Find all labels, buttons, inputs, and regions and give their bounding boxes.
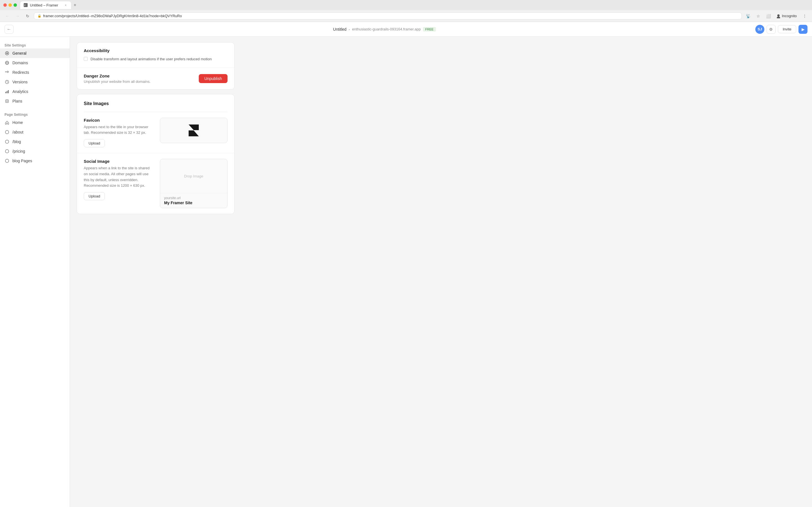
- svg-point-17: [5, 140, 9, 144]
- favicon-section: Favicon Appears next to the title in you…: [77, 112, 234, 154]
- sidebar-item-home[interactable]: Home: [0, 118, 70, 127]
- site-images-title: Site Images: [84, 101, 227, 106]
- social-preview-footer: yoursite.url My Framer Site: [160, 193, 227, 208]
- site-settings-heading: Site Settings: [0, 41, 70, 48]
- versions-label: Versions: [12, 80, 28, 84]
- plan-badge: FREE: [423, 27, 436, 32]
- about-icon: [4, 129, 10, 135]
- sidebar-item-domains[interactable]: Domains: [0, 58, 70, 68]
- right-gutter: [809, 37, 812, 507]
- framer-logo-icon: [189, 124, 199, 136]
- favicon-upload-button[interactable]: Upload: [84, 139, 105, 147]
- danger-zone-section: Danger Zone Unpublish your website from …: [77, 68, 234, 89]
- project-title: Untitled: [333, 27, 346, 32]
- about-label: /about: [12, 130, 23, 134]
- analytics-icon: [4, 89, 10, 94]
- back-arrow-icon: ←: [7, 27, 11, 32]
- social-site-url: yoursite.url: [164, 196, 223, 200]
- social-image-preview: Drop Image yoursite.url My Framer Site: [160, 159, 227, 208]
- menu-icon[interactable]: ⋮: [801, 12, 809, 20]
- settings-card: Accessibility Disable transform and layo…: [77, 42, 235, 90]
- svg-rect-12: [8, 90, 9, 93]
- settings-icon: ⚙: [769, 27, 773, 32]
- social-image-upload-button[interactable]: Upload: [84, 192, 105, 200]
- general-label: General: [12, 51, 27, 55]
- play-button[interactable]: ▶: [799, 25, 808, 34]
- home-label: Home: [12, 120, 23, 125]
- blog-icon: [4, 139, 10, 144]
- svg-point-2: [777, 14, 779, 17]
- svg-rect-11: [7, 91, 8, 93]
- svg-point-16: [5, 130, 9, 134]
- minimize-dot[interactable]: [8, 3, 12, 7]
- header-actions: SJ ⚙ Invite ▶: [755, 25, 808, 34]
- domains-label: Domains: [12, 61, 28, 65]
- sidebar-item-plans[interactable]: Plans: [0, 96, 70, 106]
- versions-icon: [4, 79, 10, 84]
- danger-zone-description: Unpublish your website from all domains.: [84, 79, 151, 83]
- incognito-icon: [776, 14, 781, 18]
- danger-zone-text: Danger Zone Unpublish your website from …: [84, 73, 151, 83]
- sidebar-item-analytics[interactable]: Analytics: [0, 87, 70, 96]
- back-button[interactable]: ←: [4, 25, 13, 34]
- maximize-dot[interactable]: [13, 3, 17, 7]
- refresh-btn[interactable]: ↻: [24, 12, 32, 20]
- blog-pages-icon: [4, 158, 10, 163]
- sidebar-item-blog[interactable]: /blog: [0, 137, 70, 147]
- incognito-btn[interactable]: Incognito: [774, 13, 799, 19]
- reduced-motion-checkbox[interactable]: [84, 57, 88, 61]
- cast-icon[interactable]: 📡: [744, 12, 752, 20]
- invite-button[interactable]: Invite: [778, 25, 796, 33]
- accessibility-title: Accessibility: [84, 48, 227, 53]
- social-image-info: Social Image Appears when a link to the …: [84, 159, 153, 200]
- plans-icon: [4, 99, 10, 104]
- blog-pages-label: blog Pages: [12, 159, 32, 163]
- svg-point-19: [5, 159, 9, 163]
- new-tab-btn[interactable]: +: [71, 1, 79, 9]
- tab-title: Untitled – Framer: [30, 3, 58, 7]
- svg-marker-21: [189, 130, 199, 136]
- header-separator: ·: [349, 27, 350, 32]
- sidebar-item-about[interactable]: /about: [0, 127, 70, 137]
- unpublish-button[interactable]: Unpublish: [199, 74, 227, 83]
- blog-label: /blog: [12, 139, 21, 144]
- tab-close-btn[interactable]: ×: [64, 3, 68, 7]
- svg-point-5: [6, 53, 8, 54]
- project-domain: enthusiastic-guardrails-093164.framer.ap…: [352, 27, 421, 31]
- star-icon[interactable]: ☆: [754, 12, 762, 20]
- svg-point-18: [5, 150, 9, 153]
- favicon-preview: [160, 118, 227, 143]
- reduced-motion-row: Disable transform and layout animations …: [84, 56, 227, 62]
- page-settings-heading: Page Settings: [0, 110, 70, 118]
- svg-rect-10: [5, 92, 6, 93]
- back-btn[interactable]: ←: [3, 12, 11, 20]
- analytics-label: Analytics: [12, 89, 28, 94]
- redirects-icon: [4, 70, 10, 75]
- drop-image-area[interactable]: Drop Image: [160, 159, 227, 193]
- redirects-label: Redirects: [12, 70, 29, 75]
- social-image-description: Appears when a link to the site is share…: [84, 165, 153, 189]
- close-dot[interactable]: [3, 3, 7, 7]
- app-header: ← Untitled · enthusiastic-guardrails-093…: [0, 22, 812, 37]
- favicon-description: Appears next to the title in your browse…: [84, 124, 153, 136]
- app-body: Site Settings General Domains Redirects …: [0, 37, 812, 507]
- drop-image-label: Drop Image: [184, 174, 203, 178]
- header-center: Untitled · enthusiastic-guardrails-09316…: [13, 27, 755, 32]
- extensions-icon[interactable]: ⬜: [764, 12, 772, 20]
- address-bar[interactable]: 🔒 framer.com/projects/Untitled--mZ98oDWa…: [34, 12, 742, 19]
- domains-icon: [4, 60, 10, 65]
- main-content: Accessibility Disable transform and layo…: [70, 37, 809, 507]
- svg-marker-20: [189, 124, 199, 130]
- url-text: framer.com/projects/Untitled--mZ98oDWaPJ…: [43, 14, 182, 18]
- settings-button[interactable]: ⚙: [767, 25, 776, 34]
- site-images-card: Site Images Favicon Appears next to the …: [77, 94, 235, 214]
- avatar-button[interactable]: SJ: [755, 25, 764, 34]
- sidebar-item-blog-pages[interactable]: blog Pages: [0, 156, 70, 166]
- browser-tab[interactable]: F Untitled – Framer ×: [20, 1, 71, 9]
- sidebar-item-redirects[interactable]: Redirects: [0, 68, 70, 77]
- sidebar-item-versions[interactable]: Versions: [0, 77, 70, 87]
- sidebar-item-pricing[interactable]: /pricing: [0, 147, 70, 156]
- sidebar-item-general[interactable]: General: [0, 48, 70, 58]
- forward-btn[interactable]: →: [13, 12, 21, 20]
- accessibility-section: Accessibility Disable transform and layo…: [77, 43, 234, 68]
